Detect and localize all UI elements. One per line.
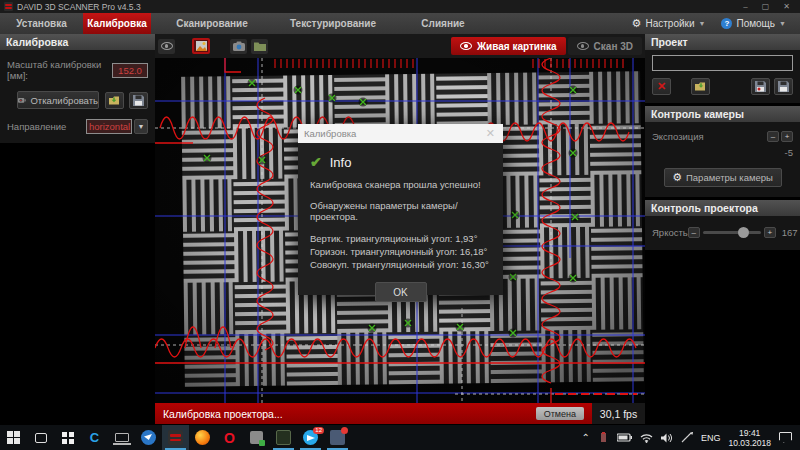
maximize-button[interactable]: ▢ (762, 2, 770, 11)
language-indicator[interactable]: ENG (701, 433, 721, 443)
dialog-message-2: Обнаружены параметры камеры/проектора. (310, 200, 491, 222)
taskbar-app-telegram[interactable]: 12 (297, 425, 324, 450)
project-panel-title: Проект (645, 34, 800, 50)
exposure-minus-button[interactable]: – (767, 131, 779, 142)
thunderbird-icon (141, 430, 156, 445)
taskbar-app-ccleaner[interactable]: C (81, 425, 108, 450)
camera-parameters-button[interactable]: ⚙ Параметры камеры (664, 168, 782, 187)
brightness-label: Яркость (652, 227, 688, 238)
cancel-button[interactable]: Отмена (536, 407, 584, 420)
floppy-icon (133, 95, 144, 106)
mail-app-icon (330, 430, 345, 445)
battery-icon[interactable] (617, 433, 632, 442)
clock[interactable]: 19:41 10.03.2018 (728, 428, 771, 448)
tab-scanning[interactable]: Сканирование (151, 13, 273, 34)
taskbar-app-game[interactable] (270, 425, 297, 450)
calibration-dialog: Калибровка ✕ ✔ Info Калибровка сканера п… (298, 124, 503, 295)
folder-open-icon (695, 81, 707, 92)
fps-display: 30,1 fps (592, 403, 645, 424)
camera-viewport: Калибровка ✕ ✔ Info Калибровка сканера п… (155, 58, 645, 403)
task-view-icon (35, 433, 47, 443)
tab-texturing[interactable]: Текстурирование (273, 13, 393, 34)
load-calibration-button[interactable] (105, 92, 124, 109)
direction-value[interactable]: horizontal (86, 119, 132, 134)
left-sidebar: Калибровка Масштаб калибровки [мм]: Отка… (0, 34, 155, 403)
opera-icon: O (224, 430, 235, 446)
ok-button[interactable]: OK (375, 282, 427, 302)
show-live-image-button[interactable] (158, 39, 175, 54)
date: 10.03.2018 (728, 438, 771, 448)
status-bar: Калибровка проектора... Отмена 30,1 fps (155, 403, 645, 424)
delete-icon: ✕ (657, 80, 666, 93)
taskbar-app-computer[interactable] (108, 425, 135, 450)
tab-setup[interactable]: Установка (0, 13, 83, 34)
help-icon: ? (721, 18, 732, 29)
tray-expand-chevron[interactable]: ⌃ (582, 432, 590, 443)
minimize-button[interactable]: – (743, 2, 747, 11)
open-image-button[interactable] (251, 39, 268, 54)
brightness-minus-button[interactable]: – (688, 227, 700, 238)
task-view-button[interactable] (27, 425, 54, 450)
brightness-plus-button[interactable]: + (764, 227, 776, 238)
system-tray: ⌃ ENG 19:41 10.03.2018 (582, 425, 800, 450)
scan-3d-toggle[interactable]: Скан 3D (568, 37, 642, 55)
help-menu[interactable]: ? Помощь ▼ (721, 18, 786, 29)
usb-icon[interactable] (681, 432, 693, 443)
main-nav: Установка Калибровка Сканирование Тексту… (0, 13, 800, 34)
taskbar-app-launcher[interactable] (54, 425, 81, 450)
title-bar: DAVID 3D SCANNER Pro v4.5.3 – ▢ ✕ (0, 0, 800, 13)
right-sidebar: Проект ✕ (645, 34, 800, 403)
gear-icon: ⚙ (672, 171, 682, 184)
taskbar-app-firefox[interactable] (189, 425, 216, 450)
slider-thumb[interactable] (738, 227, 749, 238)
notification-badge: 12 (313, 427, 324, 434)
horizontal-angle: Горизон. триангуляционный угол: 16,18° (310, 245, 491, 258)
taskbar-app-mail[interactable] (324, 425, 351, 450)
live-image-toggle[interactable]: Живая картинка (451, 37, 566, 55)
start-button[interactable] (0, 425, 27, 450)
app-logo-icon (4, 2, 13, 11)
action-center-icon[interactable] (779, 432, 792, 443)
direction-label: Направление (7, 121, 66, 132)
settings-menu[interactable]: ⚙ Настройки ▼ (632, 17, 706, 30)
exposure-label: Экспозиция (652, 131, 704, 142)
tab-fusion[interactable]: Слияние (393, 13, 493, 34)
scale-input[interactable] (112, 63, 148, 78)
grab-photo-button[interactable] (230, 39, 247, 54)
calibration-panel-title: Калибровка (0, 34, 155, 50)
close-button[interactable]: ✕ (783, 2, 790, 11)
delete-project-button[interactable]: ✕ (652, 78, 671, 95)
dialog-close-icon[interactable]: ✕ (484, 127, 497, 140)
projector-panel-title: Контроль проектора (645, 200, 800, 216)
camera-icon (233, 41, 245, 51)
taskbar-app-david-scanner[interactable] (162, 425, 189, 450)
screen: DAVID 3D SCANNER Pro v4.5.3 – ▢ ✕ Устано… (0, 0, 800, 450)
taskbar-app-opera[interactable]: O (216, 425, 243, 450)
save-project-as-button[interactable] (774, 78, 793, 95)
tab-calibration[interactable]: Калибровка (83, 13, 151, 34)
save-calibration-button[interactable] (129, 92, 148, 109)
floppy-icon (755, 81, 766, 92)
tray-app-icon[interactable] (598, 432, 609, 443)
exposure-value: -5 (785, 147, 793, 158)
status-message: Калибровка проектора... (163, 408, 283, 420)
brightness-slider[interactable] (703, 231, 761, 234)
speaker-icon[interactable] (661, 433, 673, 443)
scale-label: Масштаб калибровки [мм]: (7, 59, 112, 81)
exposure-plus-button[interactable]: + (781, 131, 793, 142)
window-title: DAVID 3D SCANNER Pro v4.5.3 (17, 2, 141, 12)
direction-dropdown-button[interactable]: ▼ (134, 119, 148, 134)
save-project-button[interactable] (751, 78, 770, 95)
grid-icon (62, 432, 74, 444)
status-progress: Калибровка проектора... Отмена (155, 403, 592, 424)
show-pattern-button[interactable] (192, 38, 210, 54)
gear-icon: ⚙ (632, 17, 642, 30)
wifi-icon[interactable] (640, 433, 653, 443)
floppy-icon (778, 81, 789, 92)
load-project-button[interactable] (691, 78, 710, 95)
taskbar-app-keepass[interactable] (243, 425, 270, 450)
taskbar-app-thunderbird[interactable] (135, 425, 162, 450)
project-name-input[interactable] (652, 55, 793, 71)
calibrate-button[interactable]: Откалибровать (17, 91, 99, 109)
david-scanner-icon (168, 430, 183, 445)
